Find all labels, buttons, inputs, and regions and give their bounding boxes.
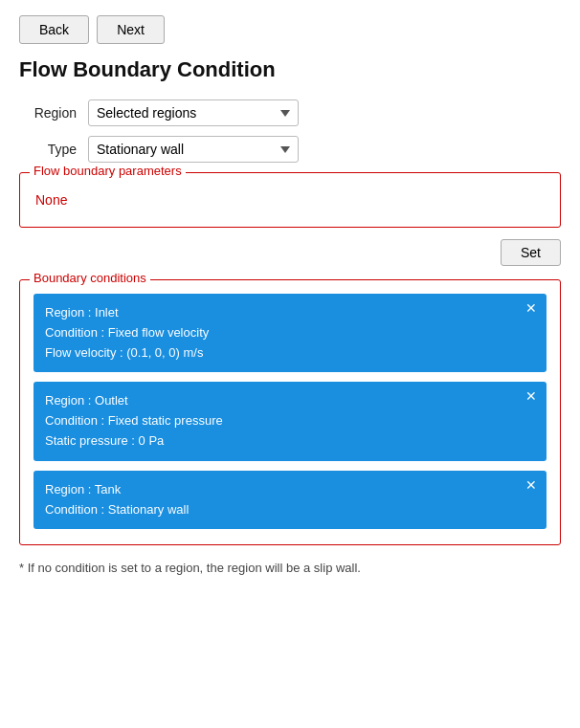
set-button[interactable]: Set — [501, 239, 561, 266]
bc-close-tank[interactable]: ✕ — [525, 478, 537, 492]
bc-close-outlet[interactable]: ✕ — [525, 389, 537, 403]
next-button[interactable]: Next — [97, 15, 165, 44]
bc-tank-line1: Region : Tank — [45, 480, 535, 500]
bc-outlet-line3: Static pressure : 0 Pa — [45, 431, 535, 452]
bc-inlet-line1: Region : Inlet — [45, 303, 535, 323]
bc-outlet-line1: Region : Outlet — [45, 391, 535, 411]
bc-tank-line2: Condition : Stationary wall — [45, 500, 535, 520]
bc-inlet-line3: Flow velocity : (0.1, 0, 0) m/s — [45, 343, 535, 364]
boundary-conditions-legend: Boundary conditions — [30, 271, 150, 285]
boundary-conditions-box: Boundary conditions ✕ Region : Inlet Con… — [19, 279, 561, 545]
flow-boundary-none: None — [35, 187, 545, 211]
type-label: Type — [19, 142, 77, 157]
back-button[interactable]: Back — [19, 15, 89, 44]
region-select[interactable]: Selected regions — [88, 99, 299, 126]
type-select[interactable]: Stationary wall — [88, 136, 299, 163]
region-label: Region — [19, 105, 77, 121]
flow-boundary-parameters-box: Flow boundary parameters None — [19, 172, 561, 228]
bc-inlet-line2: Condition : Fixed flow velocity — [45, 323, 535, 343]
page-title: Flow Boundary Condition — [19, 57, 561, 82]
bc-outlet-line2: Condition : Fixed static pressure — [45, 411, 535, 431]
flow-boundary-legend: Flow boundary parameters — [30, 164, 186, 178]
footnote: * If no condition is set to a region, th… — [19, 561, 561, 575]
bc-card-inlet: ✕ Region : Inlet Condition : Fixed flow … — [33, 294, 547, 372]
bc-close-inlet[interactable]: ✕ — [525, 301, 537, 315]
bc-card-tank: ✕ Region : Tank Condition : Stationary w… — [33, 471, 547, 530]
bc-card-outlet: ✕ Region : Outlet Condition : Fixed stat… — [33, 382, 547, 460]
